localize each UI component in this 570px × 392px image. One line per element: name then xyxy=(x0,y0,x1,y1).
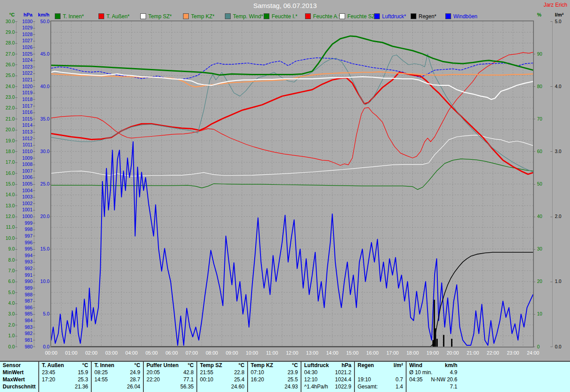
table-cell: 17:2025.3 xyxy=(39,376,91,383)
table-row-label: MaxWert xyxy=(0,376,38,383)
cell-value: °C xyxy=(222,362,244,369)
legend-label: Regen* xyxy=(419,13,436,20)
y-tick-pct: 30 xyxy=(537,247,542,251)
table-cell: T. Innen°C xyxy=(92,362,143,369)
y-tick-hpa: 999 xyxy=(0,221,33,226)
table-cell: 26.04 xyxy=(92,383,143,390)
table-cell: 07:1023.9 xyxy=(248,369,301,376)
weather-station-window: Samstag, 06.07.2013 Jarz Erich °ChPakm/h… xyxy=(0,0,570,392)
cell-value: 0.7 xyxy=(371,376,403,383)
series-line-t-innen xyxy=(51,36,533,75)
legend-item-luftdruck-[interactable]: Luftdruck* xyxy=(374,13,406,19)
table-cell: T. Außen°C xyxy=(39,362,91,369)
y-tick-kmh: 30.0 xyxy=(0,149,49,154)
cell-time: Temp KZ xyxy=(251,362,273,369)
table-cell: 56.35 xyxy=(144,383,196,390)
table-cell: ^1.4hPa/h1022.9 xyxy=(301,383,354,390)
y-tick-lm2: 1.0 xyxy=(555,279,562,284)
table-cell: 12:101024.4 xyxy=(301,376,354,383)
y-tick-hpa: 982 xyxy=(0,331,33,336)
y-tick-hpa: 994 xyxy=(0,253,33,258)
y-tick-kmh: 25.0 xyxy=(0,182,49,186)
y-tick-kmh: 5.0 xyxy=(0,311,49,316)
y-tick-hpa: 986 xyxy=(0,305,33,310)
cell-value: 15.9 xyxy=(55,369,88,376)
table-cell: 23:4515.9 xyxy=(39,369,91,376)
cell-value: 25.4 xyxy=(213,376,244,383)
y-tick-hpa: 1006 xyxy=(0,175,33,180)
legend-label: T. Außen* xyxy=(106,13,130,20)
y-tick-hpa: 998 xyxy=(0,227,33,232)
cell-value: 25.3 xyxy=(55,376,88,383)
series-bar-regen-intervall- xyxy=(443,335,444,347)
table-cell xyxy=(355,369,406,376)
legend-label: Temp KZ* xyxy=(191,13,215,20)
y-tick-hpa: 1028 xyxy=(0,32,33,37)
legend-item-temp-wind-[interactable]: Temp. Wind* xyxy=(225,13,263,19)
cell-time: Regen xyxy=(358,362,374,369)
y-tick-hpa: 1003 xyxy=(0,194,33,199)
legend-label: Temp. Wind* xyxy=(233,13,263,20)
legend-item-temp-kz-[interactable]: Temp KZ* xyxy=(183,13,215,19)
cell-value: 24.93 xyxy=(251,383,298,390)
legend-item-t-innen-[interactable]: T. Innen* xyxy=(55,13,84,19)
cell-time: 16:20 xyxy=(251,376,264,383)
cell-time: Temp SZ xyxy=(200,362,222,369)
legend-item-regen-[interactable]: Regen* xyxy=(411,13,436,19)
y-tick-hpa: 1024 xyxy=(0,58,33,63)
table-cell: 08:2524.9 xyxy=(92,369,143,376)
cell-time: Gesamt: xyxy=(358,383,378,390)
y-tick-kmh: 20.0 xyxy=(0,214,49,219)
y-tick-hpa: 1017 xyxy=(0,104,33,109)
chart-canvas xyxy=(51,21,533,347)
legend-label: Feuchte I.* xyxy=(272,13,297,20)
table-cell: Puffer Unten°C xyxy=(144,362,196,369)
table-cell: Regenl/m² xyxy=(355,362,406,369)
y-tick-hpa: 983 xyxy=(0,325,33,330)
statistics-table: SensorMinWertMaxWertDurchschnittT. Außen… xyxy=(0,361,570,392)
x-tick-label: 12:00 xyxy=(282,350,302,356)
y-tick-hpa: 1004 xyxy=(0,188,33,193)
cell-time: 21:55 xyxy=(200,369,213,376)
x-tick-label: 00:00 xyxy=(41,350,61,356)
axis-unit-lm2: l/m² xyxy=(555,12,564,17)
x-tick-label: 09:00 xyxy=(222,350,242,356)
y-tick-lm2: 5.0 xyxy=(555,19,562,24)
table-cell: 04:301021.2 xyxy=(301,369,354,376)
y-tick-lm2: 2.0 xyxy=(555,214,562,219)
legend-item-temp-sz-[interactable]: Temp SZ* xyxy=(140,13,172,19)
y-tick-pct: 40 xyxy=(537,214,542,219)
y-tick-lm2: 4.0 xyxy=(555,84,562,89)
y-tick-hpa: 1007 xyxy=(0,169,33,174)
series-line-feuchte-a- xyxy=(51,52,533,165)
cell-time: 19:10 xyxy=(358,376,371,383)
legend-item-feuchte-a-[interactable]: Feuchte A.* xyxy=(305,13,341,19)
table-cell: 20:0542.8 xyxy=(144,369,196,376)
y-tick-hpa: 1012 xyxy=(0,136,33,141)
y-tick-kmh: 10.0 xyxy=(0,279,49,284)
legend-swatch-icon xyxy=(411,13,416,19)
legend-item-feuchte-i-[interactable]: Feuchte I.* xyxy=(264,13,297,19)
x-tick-label: 21:00 xyxy=(463,350,483,356)
table-cell: 21:5522.8 xyxy=(197,369,247,376)
watermark-label: Jarz Erich xyxy=(544,2,567,8)
y-tick-kmh: 0.0 xyxy=(0,344,49,349)
y-tick-kmh: 50.0 xyxy=(0,19,49,24)
y-tick-lm2: 3.0 xyxy=(555,149,562,154)
legend-item-feuchte-sz-[interactable]: Feuchte SZ* xyxy=(339,13,377,19)
cell-value: 28.7 xyxy=(108,376,140,383)
legend-item-windb-en[interactable]: Windböen xyxy=(445,13,477,19)
table-cell: 24.60 xyxy=(197,383,247,390)
series-bar-regen-intervall- xyxy=(451,339,452,347)
x-tick-label: 24:00 xyxy=(523,350,543,356)
table-cell: 00:1025.4 xyxy=(197,376,247,383)
legend-item-t-au-en-[interactable]: T. Außen* xyxy=(98,13,130,19)
legend-swatch-icon xyxy=(445,13,451,19)
y-tick-lm2: 0.0 xyxy=(555,344,562,349)
y-tick-kmh: 15.0 xyxy=(0,247,49,251)
y-tick-hpa: 989 xyxy=(0,286,33,291)
legend-swatch-icon xyxy=(339,13,345,19)
y-tick-hpa: 991 xyxy=(0,273,33,278)
x-tick-label: 07:00 xyxy=(182,350,202,356)
cell-time: 23:45 xyxy=(42,369,55,376)
